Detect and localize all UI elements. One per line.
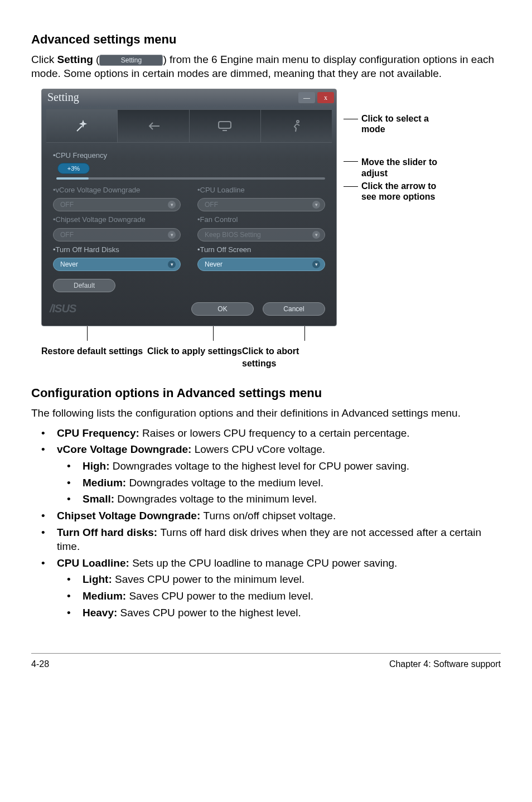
dropdown-fan[interactable]: Keep BIOS Setting ▾ <box>197 228 325 241</box>
label-cpu-frequency: CPU Frequency <box>53 151 325 161</box>
monitor-icon <box>217 120 233 132</box>
asus-logo: /ISUS <box>50 301 117 317</box>
tab-mode-4[interactable] <box>260 110 332 142</box>
dropdown-vcore[interactable]: OFF ▾ <box>53 198 181 211</box>
minimize-button[interactable]: — <box>298 92 315 103</box>
dropdown-hdd[interactable]: Never ▾ <box>53 258 181 271</box>
callout-apply: Click to apply settings <box>147 345 242 369</box>
page-number: 4-28 <box>31 658 49 670</box>
dropdown-screen[interactable]: Never ▾ <box>197 258 325 271</box>
callout-slider: Move the slider to adjust <box>361 157 444 178</box>
svg-rect-0 <box>219 122 231 128</box>
chevron-down-icon: ▾ <box>168 231 176 239</box>
heading-configuration: Configuration options in Advanced settin… <box>31 385 501 402</box>
intro-sentence: Click Setting (Setting) from the 6 Engin… <box>31 52 501 81</box>
callout-arrow: Click the arrow to see more options <box>361 181 444 202</box>
runner-icon <box>290 119 302 133</box>
window-title: Setting <box>47 90 79 105</box>
tab-mode-1[interactable] <box>46 110 117 142</box>
chevron-down-icon: ▾ <box>312 231 320 239</box>
dropdown-loadline[interactable]: OFF ▾ <box>197 198 325 211</box>
cpu-frequency-slider[interactable] <box>56 177 325 180</box>
heading-advanced: Advanced settings menu <box>31 31 501 48</box>
tab-mode-2[interactable] <box>117 110 188 142</box>
mode-tabs <box>46 109 332 143</box>
label-hdd: Turn Off Hard Disks <box>53 245 181 255</box>
ok-button[interactable]: OK <box>191 302 254 316</box>
label-vcore: vCore Voltage Downgrade <box>53 185 181 195</box>
setting-chip: Setting <box>99 55 163 66</box>
default-button[interactable]: Default <box>53 279 115 292</box>
label-screen: Turn Off Screen <box>197 245 325 255</box>
slider-value[interactable]: +3% <box>57 163 90 174</box>
chapter-footer: Chapter 4: Software support <box>389 658 501 670</box>
callouts: Click to select a mode Move the slider t… <box>344 89 444 326</box>
callout-mode: Click to select a mode <box>361 113 444 134</box>
close-button[interactable]: x <box>317 92 334 103</box>
callout-abort: Click to abort settings <box>242 345 336 369</box>
chevron-down-icon: ▾ <box>168 201 176 209</box>
conf-intro: The following lists the configuration op… <box>31 406 501 421</box>
label-chipset: Chipset Voltage Downgrade <box>53 215 181 225</box>
svg-point-1 <box>297 120 299 123</box>
chevron-down-icon: ▾ <box>168 260 176 268</box>
callout-restore: Restore default settings <box>41 345 147 369</box>
setting-window: Setting — x <box>41 89 337 326</box>
dropdown-chipset[interactable]: OFF ▾ <box>53 228 181 241</box>
definition-list: CPU Frequency: Raises or lowers CPU freq… <box>31 426 501 620</box>
label-fan: Fan Control <box>197 215 325 225</box>
tab-mode-3[interactable] <box>189 110 260 142</box>
arrow-left-icon <box>146 120 161 132</box>
chevron-down-icon: ▾ <box>312 260 320 268</box>
cancel-button[interactable]: Cancel <box>263 302 325 316</box>
wand-icon <box>75 119 89 133</box>
label-loadline: CPU Loadline <box>197 185 325 195</box>
chevron-down-icon: ▾ <box>312 201 320 209</box>
